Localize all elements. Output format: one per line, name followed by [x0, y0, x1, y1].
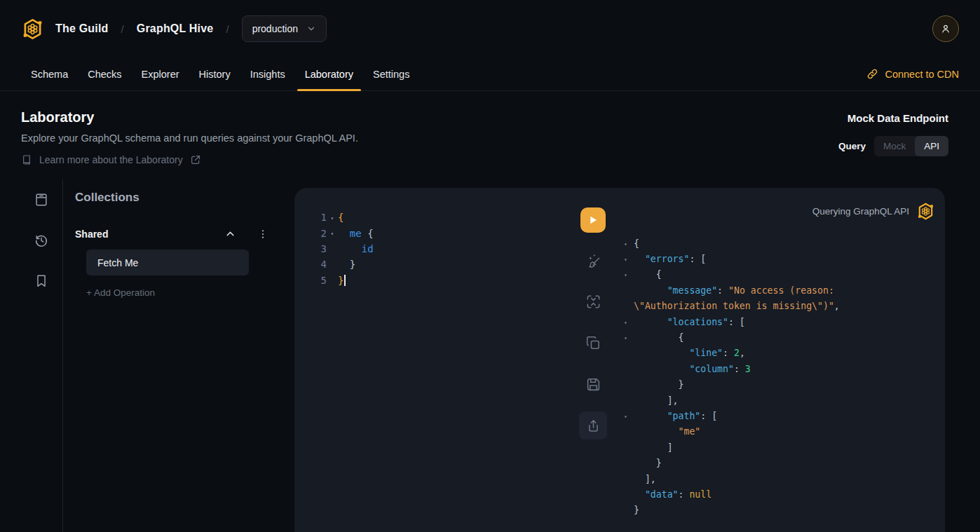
- response-line: ▾ "errors": [: [624, 251, 935, 266]
- response-line: "line": 2,: [624, 346, 935, 361]
- bookmark-button[interactable]: [34, 273, 49, 289]
- fold-toggle-icon[interactable]: ▾: [624, 318, 634, 326]
- page-header: Laboratory Explore your GraphQL schema a…: [0, 91, 980, 165]
- json-token: "line": [689, 348, 723, 358]
- response-line: ▾ {: [624, 267, 935, 282]
- code-token: }: [338, 275, 343, 286]
- json-token: 2: [734, 348, 740, 358]
- operation-item[interactable]: Fetch Me: [86, 250, 249, 275]
- page-header-left: Laboratory Explore your GraphQL schema a…: [21, 109, 358, 165]
- code-token: {: [338, 212, 343, 223]
- fold-gutter: [624, 431, 634, 432]
- fold-toggle-icon[interactable]: ▾: [624, 412, 634, 420]
- response-json-viewer: ▾{▾ "errors": [▾ { "message": "No access…: [624, 236, 935, 518]
- kebab-menu-icon[interactable]: [257, 229, 268, 240]
- json-token: {: [634, 269, 662, 280]
- save-icon: [585, 376, 601, 393]
- operations-list: Fetch Me: [75, 250, 294, 275]
- play-icon: [587, 214, 599, 226]
- collections-title: Collections: [75, 191, 294, 205]
- code-token: [338, 228, 350, 239]
- response-line: ▾{: [624, 236, 935, 251]
- page-subtitle: Explore your GraphQL schema and run quer…: [21, 132, 358, 144]
- json-token: ]: [634, 442, 673, 453]
- response-line: }: [624, 455, 935, 470]
- fold-gutter: [327, 264, 338, 265]
- text-cursor: [344, 275, 346, 286]
- json-token: ],: [634, 395, 679, 406]
- code-token: id: [362, 243, 374, 254]
- share-button[interactable]: [579, 411, 607, 439]
- json-token: "locations": [667, 317, 728, 327]
- toggle-option-mock[interactable]: Mock: [874, 136, 915, 156]
- collections-panel: Collections Shared Fetch Me + Add Operat…: [63, 179, 294, 532]
- fold-toggle-icon[interactable]: ▾: [327, 229, 338, 237]
- add-operation-button[interactable]: + Add Operation: [86, 287, 294, 298]
- history-button[interactable]: [34, 233, 49, 248]
- tab-settings[interactable]: Settings: [363, 57, 419, 90]
- query-editor[interactable]: 1▾{2▾ me {3 id4 }5}: [294, 188, 566, 532]
- fold-toggle-icon[interactable]: ▾: [327, 214, 338, 221]
- json-token: :: [734, 364, 745, 374]
- fold-toggle-icon[interactable]: ▾: [624, 255, 634, 263]
- query-line: 5}: [318, 273, 566, 288]
- page-title: Laboratory: [21, 109, 358, 125]
- response-line: "me": [624, 424, 935, 439]
- json-token: }: [634, 505, 639, 515]
- chevron-up-icon[interactable]: [224, 228, 236, 240]
- fold-gutter: [624, 384, 634, 386]
- fold-gutter: [624, 493, 634, 495]
- response-line: ],: [624, 471, 935, 486]
- learn-more-link[interactable]: Learn more about the Laboratory: [21, 154, 358, 165]
- tab-schema[interactable]: Schema: [21, 57, 78, 90]
- response-line: ],: [624, 393, 935, 408]
- json-token: : [: [689, 254, 706, 264]
- external-link-icon: [190, 154, 201, 165]
- nav-tabs: SchemaChecksExplorerHistoryInsightsLabor…: [21, 57, 419, 90]
- fold-gutter: [624, 289, 634, 291]
- mock-endpoint-panel: Mock Data Endpoint Query MockAPI: [838, 109, 948, 165]
- fold-toggle-icon[interactable]: ▾: [624, 334, 634, 341]
- query-line: 1▾{: [318, 210, 566, 225]
- line-number: 2: [318, 228, 327, 239]
- collection-group-row[interactable]: Shared: [75, 228, 268, 240]
- tab-checks[interactable]: Checks: [78, 57, 131, 90]
- query-source-row: Query MockAPI: [838, 136, 948, 156]
- prettify-button[interactable]: [579, 246, 607, 274]
- merge-button[interactable]: [579, 287, 607, 315]
- execute-button[interactable]: [580, 207, 606, 233]
- query-line: 3 id: [318, 241, 566, 257]
- json-token: }: [634, 458, 662, 468]
- toggle-option-api[interactable]: API: [915, 136, 948, 156]
- fold-gutter: [327, 280, 338, 281]
- mock-endpoint-title: Mock Data Endpoint: [848, 112, 948, 124]
- breadcrumb-org[interactable]: The Guild: [55, 22, 109, 35]
- docs-button[interactable]: [34, 192, 49, 207]
- breadcrumb-project[interactable]: GraphQL Hive: [137, 22, 214, 35]
- response-line: "data": null: [624, 486, 935, 502]
- user-menu-button[interactable]: [932, 15, 959, 42]
- json-token: [634, 489, 645, 500]
- fold-toggle-icon[interactable]: ▾: [624, 271, 634, 278]
- copy-button[interactable]: [579, 329, 607, 357]
- fold-toggle-icon[interactable]: ▾: [624, 240, 634, 247]
- breadcrumb-separator: /: [121, 23, 124, 35]
- tab-laboratory[interactable]: Laboratory: [295, 57, 363, 90]
- query-line: 2▾ me {: [318, 225, 566, 240]
- response-line: ▾ {: [624, 329, 935, 345]
- line-number: 3: [318, 243, 327, 254]
- connect-to-cdn-link[interactable]: Connect to CDN: [866, 57, 959, 90]
- json-token: \"Authorization token is missing\")": [634, 301, 834, 311]
- target-selector-button[interactable]: production: [242, 15, 327, 42]
- left-rail: [0, 179, 63, 532]
- learn-more-label: Learn more about the Laboratory: [39, 154, 183, 165]
- json-token: :: [717, 285, 728, 296]
- tab-insights[interactable]: Insights: [240, 57, 295, 90]
- tab-history[interactable]: History: [189, 57, 240, 90]
- save-button[interactable]: [579, 370, 607, 398]
- json-token: null: [689, 489, 712, 500]
- docs-icon: [34, 192, 49, 207]
- json-token: [634, 285, 667, 296]
- response-status-label: Querying GraphQL API: [812, 206, 909, 217]
- tab-explorer[interactable]: Explorer: [132, 57, 189, 90]
